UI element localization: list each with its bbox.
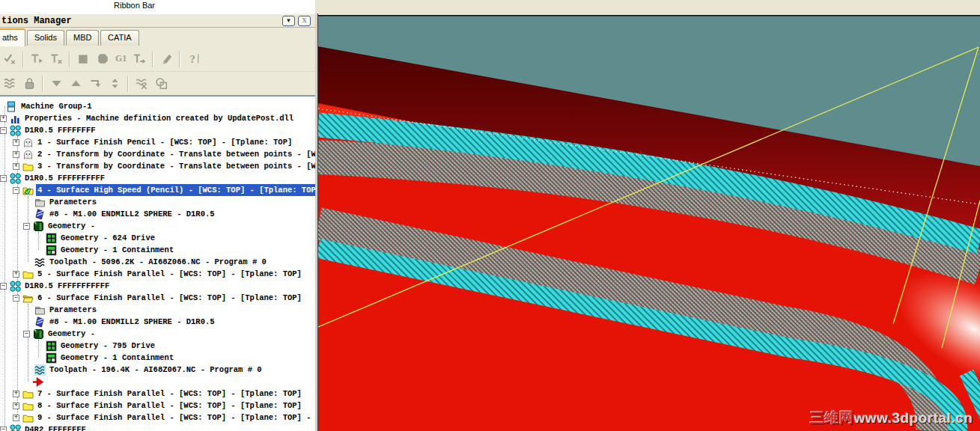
toolbar-button-checkx[interactable] — [1, 50, 19, 68]
tree-row[interactable]: −Geometry - — [0, 328, 315, 340]
folder-icon — [22, 412, 34, 424]
tree-row[interactable]: +8 - Surface Finish Parallel - [WCS: TOP… — [0, 400, 315, 412]
tree-row[interactable]: +7 - Surface Finish Parallel - [WCS: TOP… — [0, 388, 315, 400]
mgroup-icon — [6, 101, 17, 112]
ribbon-strip — [315, 0, 980, 15]
toolbar-button-blob[interactable] — [94, 50, 112, 68]
toolbar-button-down[interactable] — [47, 75, 65, 93]
params-icon — [34, 305, 46, 316]
mastercam-window: Ribbon Bar tions Manager ▼ X athsSolidsM… — [0, 0, 980, 431]
down-icon — [50, 77, 63, 90]
collapse-box[interactable]: − — [0, 175, 7, 182]
tree-row[interactable]: +5 - Surface Finish Parallel - [WCS: TOP… — [0, 268, 315, 280]
toolbar-button-waves[interactable] — [1, 75, 19, 93]
expand-box[interactable]: + — [13, 163, 19, 170]
toolbar-button-tx[interactable] — [47, 50, 65, 68]
tree-row[interactable]: Parameters — [0, 196, 315, 208]
expand-box[interactable]: + — [13, 403, 19, 409]
expand-box[interactable]: + — [13, 139, 19, 146]
panel-collapse-button[interactable]: ▼ — [282, 16, 295, 26]
tree-row[interactable]: Machine Group-1 — [0, 100, 315, 112]
collapse-box[interactable]: − — [0, 127, 7, 134]
tree-row-label: Geometry - — [46, 328, 97, 340]
expand-box[interactable]: + — [13, 271, 19, 278]
tree-row[interactable]: Geometry - 1 Containment — [0, 352, 315, 364]
operations-manager-titlebar: tions Manager ▼ X — [0, 13, 315, 28]
collapse-box[interactable]: − — [23, 223, 30, 230]
square-icon — [77, 52, 90, 65]
tree-row[interactable]: Parameters — [0, 304, 315, 316]
tree-row[interactable]: +3 - Transform by Coordinate - Translate… — [0, 160, 315, 172]
tree-row[interactable]: −D1R0.5 FFFFFFFFFF — [0, 172, 315, 184]
toolbar-button-bend[interactable] — [86, 75, 104, 93]
folder-icon — [22, 161, 34, 172]
gdrive-icon — [46, 340, 57, 352]
tree-row[interactable]: Geometry - 1 Containment — [0, 244, 315, 256]
collapse-box[interactable]: − — [23, 331, 30, 337]
toolbar-separator — [22, 51, 24, 67]
tree-row[interactable]: +9 - Surface Finish Parallel - [WCS: TOP… — [0, 412, 315, 424]
expand-box[interactable]: + — [13, 415, 19, 421]
operations-toolbar-row1: G1 — [0, 46, 315, 72]
waves-icon — [4, 77, 16, 90]
viewport-top-border — [318, 15, 980, 16]
expand-box[interactable]: + — [13, 391, 19, 397]
toolbar-separator — [179, 51, 180, 67]
tree-row[interactable]: Geometry - 624 Drive — [0, 232, 315, 244]
ghost-icon — [22, 149, 34, 160]
tool-icon — [34, 209, 46, 220]
toolbar-button-wavesx[interactable] — [133, 75, 150, 93]
tab-solids[interactable]: Solids — [27, 30, 64, 46]
tab-mbd[interactable]: MBD — [66, 30, 99, 46]
expand-box[interactable]: + — [13, 151, 19, 158]
tab-catia[interactable]: CATIA — [100, 30, 139, 46]
tree-row-label: 1 - Surface Finish Pencil - [WCS: TOP] -… — [36, 136, 293, 148]
tree-row[interactable]: −Geometry - — [0, 220, 315, 232]
tree-row[interactable]: −D1R0.5 FFFFFFFF — [0, 124, 315, 136]
operations-toolbar-row2 — [0, 72, 315, 96]
circsq-icon — [155, 77, 168, 90]
tree-row[interactable]: +1 - Surface Finish Pencil - [WCS: TOP] … — [0, 136, 315, 148]
toolbar-button-square[interactable] — [74, 50, 92, 68]
collapse-box[interactable]: − — [13, 187, 19, 194]
expand-box[interactable]: + — [0, 115, 7, 122]
tab-aths[interactable]: aths — [0, 28, 25, 46]
toolbar-button-lock[interactable] — [20, 75, 38, 93]
toolbar-button-up[interactable] — [67, 75, 85, 93]
collapse-box[interactable]: − — [0, 283, 7, 290]
toolbar-button-tarrow[interactable] — [130, 50, 148, 68]
collapse-box[interactable]: − — [0, 427, 7, 431]
tplay-icon — [31, 52, 43, 65]
tree-row[interactable]: Toolpath - 196.4K - AI68Z067.NC - Progra… — [0, 364, 315, 376]
graphics-viewport[interactable]: 三维网www.3dportal.cn — [318, 15, 980, 431]
tree-row[interactable]: −4 - Surface High Speed (Pencil) - [WCS:… — [0, 184, 315, 196]
toolbar-button-pencil[interactable] — [157, 50, 175, 68]
operations-tree[interactable]: Machine Group-1+Properties - Machine def… — [0, 95, 315, 431]
collapse-box[interactable]: − — [13, 295, 19, 302]
toolbar-button-circsq[interactable] — [152, 75, 170, 93]
up-icon — [70, 77, 82, 90]
tree-row[interactable]: −D1R0.5 FFFFFFFFFFF — [0, 280, 315, 292]
wavesx-icon — [136, 77, 148, 90]
gdrive-icon — [46, 233, 57, 244]
toolbar-button-help[interactable] — [184, 50, 202, 68]
tree-row[interactable]: +Properties - Machine definition created… — [0, 112, 315, 124]
tree-row-label: D1R0.5 FFFFFFFF — [23, 124, 97, 136]
tree-row[interactable]: Toolpath - 5096.2K - AI68Z066.NC - Progr… — [0, 256, 315, 268]
toolbar-button-tplay[interactable] — [28, 50, 46, 68]
tree-row[interactable]: #8 - M1.00 ENDMILL2 SPHERE - D1R0.5 — [0, 208, 315, 220]
panel-close-button[interactable]: X — [298, 16, 311, 26]
toolbar-button-g1[interactable]: G1 — [115, 53, 127, 64]
folderopen-icon — [22, 293, 34, 304]
updown-icon — [109, 77, 121, 90]
tree-row[interactable]: Geometry - 795 Drive — [0, 340, 315, 352]
tree-row[interactable]: −D4R2 FFFFFFFF — [0, 424, 315, 431]
tree-row[interactable]: −6 - Surface Finish Parallel - [WCS: TOP… — [0, 292, 315, 304]
tree-row[interactable] — [0, 376, 315, 388]
tree-row-label: Geometry - 1 Containment — [59, 352, 175, 364]
toolbar-button-updown[interactable] — [106, 75, 124, 93]
tree-row[interactable]: +2 - Transform by Coordinate - Translate… — [0, 148, 315, 160]
tree-row-label: 4 - Surface High Speed (Pencil) - [WCS: … — [36, 184, 315, 196]
tree-row[interactable]: #8 - M1.00 ENDMILL2 SPHERE - D1R0.5 — [0, 316, 315, 328]
watermark-site-url: www.3dportal.cn — [854, 410, 973, 426]
